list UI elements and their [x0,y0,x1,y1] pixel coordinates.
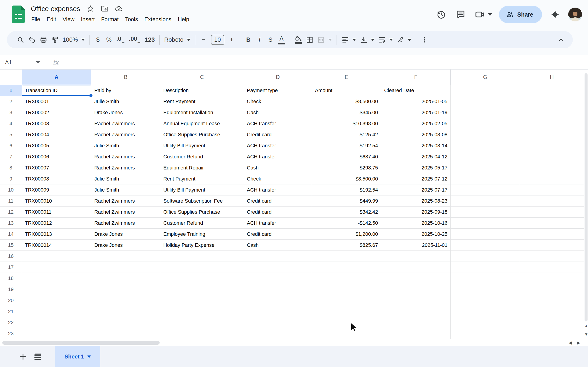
increase-font-size-button[interactable]: + [226,33,237,46]
zoom-select-caret-icon[interactable] [81,39,85,41]
cell-B21[interactable] [91,306,160,317]
cell-A15[interactable]: TRX000014 [22,240,91,251]
cell-C16[interactable] [160,251,244,262]
search-icon[interactable] [15,33,26,46]
cell-C9[interactable]: Rent Payment [160,173,244,184]
cell-F6[interactable]: 2025-03-14 [381,140,451,151]
cell-A5[interactable]: TRX00004 [22,129,91,140]
name-box[interactable]: A1 [0,59,34,66]
cell-C3[interactable]: Equipment Installation [160,107,244,118]
cell-E9[interactable]: $8,500.00 [312,173,381,184]
cell-A13[interactable]: TRX000012 [22,217,91,229]
cell-G3[interactable] [451,107,520,118]
cell-B13[interactable]: Rachel Zwimmers [91,217,160,229]
cell-C8[interactable]: Equipment Repair [160,162,244,173]
document-title[interactable]: Office expenses [31,5,80,13]
row-header-15[interactable]: 15 [0,240,22,251]
text-wrap-caret-icon[interactable] [389,39,393,41]
cell-G14[interactable] [451,229,520,240]
cell-H11[interactable] [520,195,584,207]
cell-E8[interactable]: $298.75 [312,162,381,173]
cell-A1[interactable]: Transaction ID [22,85,91,96]
cell-E2[interactable]: $8,500.00 [312,96,381,107]
share-button[interactable]: Share [499,6,542,23]
version-history-icon[interactable] [435,8,447,21]
font-family-caret-icon[interactable] [187,39,191,41]
column-header-F[interactable]: F [381,69,451,85]
menu-help[interactable]: Help [175,14,192,25]
row-header-2[interactable]: 2 [0,96,22,107]
cell-G11[interactable] [451,195,520,207]
cell-F16[interactable] [381,251,451,262]
cell-B10[interactable]: Julie Smith [91,184,160,195]
cell-F19[interactable] [381,284,451,295]
column-header-D[interactable]: D [244,69,312,85]
cell-C12[interactable]: Office Supplies Purchase [160,207,244,217]
cell-D19[interactable] [244,284,312,295]
horizontal-scrollbar[interactable]: ◀ ▶ [0,339,588,346]
cell-G20[interactable] [451,295,520,306]
cell-E22[interactable] [312,317,381,328]
cell-C22[interactable] [160,317,244,328]
cell-F8[interactable]: 2025-05-17 [381,162,451,173]
cell-H14[interactable] [520,229,584,240]
cell-H6[interactable] [520,140,584,151]
cell-F21[interactable] [381,306,451,317]
cell-C1[interactable]: Description [160,85,244,96]
cell-A19[interactable] [22,284,91,295]
cell-A4[interactable]: TRX00003 [22,118,91,129]
cell-G16[interactable] [451,251,520,262]
column-header-C[interactable]: C [160,69,244,85]
cell-E20[interactable] [312,295,381,306]
font-family-button[interactable]: Roboto [162,33,192,46]
cell-A23[interactable] [22,328,91,339]
cell-B20[interactable] [91,295,160,306]
cell-F10[interactable]: 2025-07-17 [381,184,451,195]
sheet-tab-caret-icon[interactable] [88,356,91,358]
cell-B16[interactable] [91,251,160,262]
cell-B8[interactable]: Rachel Zwimmers [91,162,160,173]
column-header-A[interactable]: A [22,69,91,85]
cell-H7[interactable] [520,151,584,162]
cell-G15[interactable] [451,240,520,251]
cell-C20[interactable] [160,295,244,306]
cell-H17[interactable] [520,262,584,273]
cell-H13[interactable] [520,217,584,229]
cell-B14[interactable]: Drake Jones [91,229,160,240]
cell-B23[interactable] [91,328,160,339]
sheets-logo-icon[interactable] [12,6,25,23]
cell-A3[interactable]: TRX00002 [22,107,91,118]
cell-A9[interactable]: TRX00008 [22,173,91,184]
cell-G5[interactable] [451,129,520,140]
print-icon[interactable] [38,33,49,46]
cell-G19[interactable] [451,284,520,295]
cell-E4[interactable]: $10,398.00 [312,118,381,129]
cell-B15[interactable]: Drake Jones [91,240,160,251]
cell-D22[interactable] [244,317,312,328]
row-header-3[interactable]: 3 [0,107,22,118]
cell-D15[interactable]: Cash [244,240,312,251]
cell-H18[interactable] [520,273,584,284]
comments-icon[interactable] [454,8,467,21]
cell-F17[interactable] [381,262,451,273]
cell-A17[interactable] [22,262,91,273]
cell-B18[interactable] [91,273,160,284]
cell-B9[interactable]: Julie Smith [91,173,160,184]
cell-F1[interactable]: Cleared Date [381,85,451,96]
row-header-16[interactable]: 16 [0,251,22,262]
cell-F13[interactable]: 2025-10-16 [381,217,451,229]
scroll-left-arrow-icon[interactable]: ◀ [568,340,573,345]
strikethrough-button[interactable]: S [265,33,276,46]
cell-H19[interactable] [520,284,584,295]
menu-extensions[interactable]: Extensions [141,14,175,25]
cell-D8[interactable]: Cash [244,162,312,173]
cell-E23[interactable] [312,328,381,339]
row-header-7[interactable]: 7 [0,151,22,162]
cell-F11[interactable]: 2025-08-23 [381,195,451,207]
cell-D1[interactable]: Payment type [244,85,312,96]
cell-F5[interactable]: 2025-03-08 [381,129,451,140]
cell-B3[interactable]: Drake Jones [91,107,160,118]
cell-D20[interactable] [244,295,312,306]
cell-B1[interactable]: Paid by [91,85,160,96]
cell-D13[interactable]: ACH transfer [244,217,312,229]
